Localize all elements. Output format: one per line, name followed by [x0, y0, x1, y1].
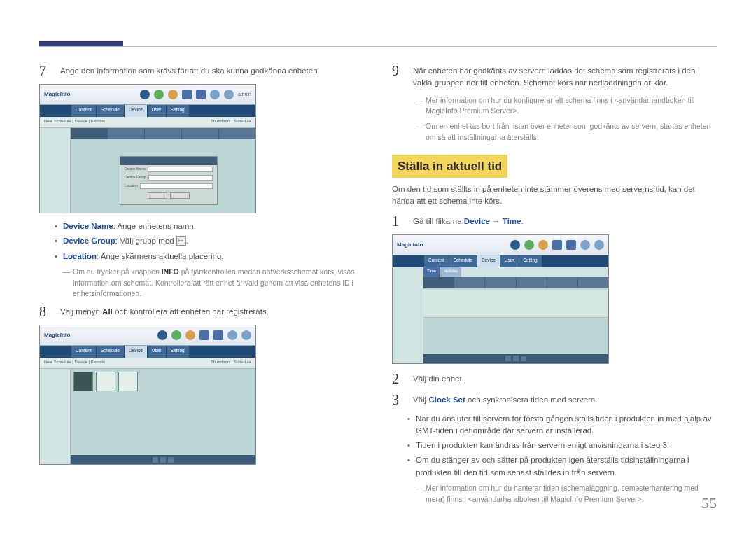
- bullet-text: Location: Ange skärmens aktuella placeri…: [63, 251, 223, 262]
- server-icon: [510, 240, 520, 250]
- step-text: När enheten har godkänts av servern ladd…: [413, 63, 717, 90]
- app-tabs: Content Schedule Device User Setting: [393, 255, 608, 267]
- tab-content[interactable]: Content: [71, 346, 96, 358]
- page-prev-icon[interactable]: [505, 356, 511, 361]
- device-thumb[interactable]: [74, 372, 93, 391]
- tab-setting[interactable]: Setting: [519, 255, 542, 267]
- bullet-location: Location: Ange skärmens aktuella placeri…: [55, 251, 364, 262]
- device-thumb[interactable]: [96, 372, 115, 391]
- browse-button-icon: [176, 236, 186, 246]
- note-text: Mer information om hur du konfigurerar e…: [426, 95, 717, 118]
- field-bullets: Device Name: Ange enhetens namn. Device …: [55, 220, 364, 262]
- bullet-icon: [55, 235, 57, 247]
- tab-setting[interactable]: Setting: [167, 346, 189, 358]
- section-intro: Om den tid som ställts in på enheten int…: [392, 183, 717, 208]
- bullet-text: Device Name: Ange enhetens namn.: [63, 220, 196, 232]
- tab-user[interactable]: User: [148, 105, 166, 117]
- warning-icon: [168, 90, 178, 99]
- help-icon: [224, 90, 234, 99]
- bullet-text: Tiden i produkten kan ändras från server…: [416, 440, 669, 451]
- app-workarea: [424, 277, 608, 363]
- app-body: [40, 369, 255, 464]
- dash-icon: [59, 267, 70, 300]
- field-label: Device Group: [125, 175, 146, 181]
- page-num-icon[interactable]: [160, 457, 166, 463]
- subtab-holiday[interactable]: Holiday: [440, 267, 461, 277]
- pager: [71, 455, 255, 464]
- tab-device[interactable]: Device: [477, 255, 500, 267]
- location-input[interactable]: [140, 183, 213, 189]
- page-columns: 7 Ange den information som krävs för att…: [39, 63, 717, 509]
- tab-content[interactable]: Content: [71, 105, 96, 117]
- step-8: 8 Välj menyn All och kontrollera att enh…: [39, 304, 364, 319]
- bullet-text: När du ansluter till servern för första …: [416, 413, 717, 437]
- device-group-input[interactable]: [148, 175, 213, 181]
- page-next-icon[interactable]: [168, 457, 174, 463]
- tab-schedule[interactable]: Schedule: [97, 346, 124, 358]
- field-label: Location: [125, 183, 138, 189]
- app-tabs: Content Schedule Device User Setting: [40, 346, 255, 358]
- table-row[interactable]: [424, 290, 608, 318]
- panel-icon: [214, 330, 223, 340]
- subtab-time[interactable]: Time: [424, 267, 440, 277]
- screenshot-approve-device: MagicInfo admin Content Schedule Device …: [39, 84, 256, 213]
- tab-user[interactable]: User: [500, 255, 519, 267]
- step-text: Gå till flikarna Device → Time.: [413, 213, 717, 227]
- subbar-left: New Schedule | Device | Permits: [44, 118, 105, 126]
- dash-icon: [412, 95, 423, 118]
- header-divider: [39, 46, 717, 47]
- tab-schedule[interactable]: Schedule: [449, 255, 477, 267]
- step-number: 2: [392, 371, 403, 386]
- dialog-title-bar: [120, 157, 217, 165]
- subbar-right: Thumbnail | Schedule: [211, 359, 251, 367]
- status-icon: [524, 240, 534, 250]
- app-body: [393, 277, 608, 363]
- right-column: 9 När enheten har godkänts av servern la…: [392, 63, 717, 509]
- dash-icon: [412, 483, 423, 505]
- step-2: 2 Välj din enhet.: [392, 371, 717, 386]
- app-sidebar: [393, 277, 424, 363]
- app-brand: MagicInfo: [44, 90, 70, 99]
- field-label: Device Name: [125, 167, 146, 172]
- ok-button[interactable]: [148, 192, 167, 199]
- page-num-icon[interactable]: [513, 356, 519, 361]
- time-bullets: När du ansluter till servern för första …: [407, 413, 717, 479]
- step-3: 3 Välj Clock Set och synkronisera tiden …: [392, 392, 717, 407]
- server-icon: [158, 330, 167, 340]
- app-brand: MagicInfo: [397, 241, 423, 249]
- step-9: 9 När enheten har godkänts av servern la…: [392, 63, 717, 90]
- help-icon: [241, 330, 251, 340]
- step-1: 1 Gå till flikarna Device → Time.: [392, 213, 717, 229]
- table-header: [424, 277, 608, 288]
- warning-icon: [186, 330, 195, 340]
- note-time-manual: Mer information om hur du hanterar tiden…: [412, 483, 717, 505]
- bullet-icon: [407, 454, 410, 479]
- tab-setting[interactable]: Setting: [167, 105, 189, 117]
- cancel-button[interactable]: [170, 192, 190, 199]
- section-heading: Ställa in aktuell tid: [392, 148, 717, 184]
- app-subbar: New Schedule | Device | Permits Thumbnai…: [40, 117, 255, 128]
- tab-schedule[interactable]: Schedule: [97, 105, 124, 117]
- device-thumb[interactable]: [118, 372, 138, 391]
- status-icon: [154, 90, 164, 99]
- page-next-icon[interactable]: [521, 356, 526, 361]
- tab-device[interactable]: Device: [125, 346, 147, 358]
- subbar-right: Thumbnail | Schedule: [211, 118, 251, 126]
- tab-device[interactable]: Device: [125, 105, 147, 117]
- bullet-text: Device Group: Välj grupp med .: [63, 235, 188, 247]
- bullet-device-group: Device Group: Välj grupp med .: [55, 235, 364, 247]
- server-icon: [140, 90, 150, 99]
- page-prev-icon[interactable]: [153, 457, 158, 463]
- step-number: 8: [39, 304, 50, 319]
- tab-user[interactable]: User: [148, 346, 166, 358]
- device-name-input[interactable]: [148, 167, 213, 172]
- app-toolbar: MagicInfo: [393, 235, 608, 255]
- approve-dialog: Device Name Device Group Location: [120, 156, 218, 205]
- bullet-item: Om du stänger av och sätter på produkten…: [407, 454, 717, 479]
- subbar-left: New Schedule | Device | Permits: [44, 359, 105, 367]
- bullet-text: Om du stänger av och sätter på produkten…: [416, 454, 717, 479]
- tab-content[interactable]: Content: [424, 255, 449, 267]
- panel-icon: [196, 90, 206, 99]
- step-number: 7: [39, 63, 50, 78]
- panel-icon: [182, 90, 192, 99]
